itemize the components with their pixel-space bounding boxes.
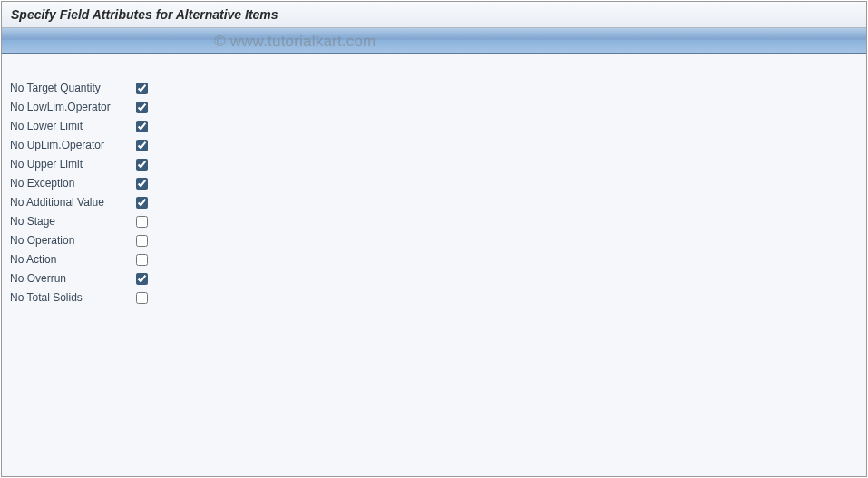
- field-label: No Upper Limit: [9, 158, 136, 171]
- field-checkbox[interactable]: [136, 273, 148, 285]
- field-row: No Lower Limit: [9, 117, 866, 135]
- checkbox-cell: [136, 101, 154, 113]
- checkbox-cell: [136, 196, 154, 209]
- checkbox-cell: [136, 253, 154, 266]
- application-toolbar: [2, 28, 866, 54]
- field-row: No Target Quantity: [9, 79, 866, 97]
- field-checkbox[interactable]: [136, 121, 148, 132]
- checkbox-cell: [136, 291, 154, 304]
- field-checkbox[interactable]: [136, 235, 148, 247]
- field-row: No Exception: [9, 174, 866, 192]
- checkbox-cell: [136, 215, 154, 228]
- field-label: No Operation: [9, 234, 136, 247]
- field-checkbox[interactable]: [136, 292, 148, 304]
- field-checkbox[interactable]: [136, 254, 148, 266]
- app-frame: Specify Field Attributes for Alternative…: [1, 1, 867, 477]
- field-row: No Additional Value: [9, 193, 866, 211]
- field-label: No Total Solids: [9, 291, 136, 304]
- checkbox-cell: [136, 272, 154, 285]
- checkbox-cell: [136, 120, 154, 132]
- checkbox-cell: [136, 158, 154, 171]
- checkbox-cell: [136, 82, 154, 94]
- field-label: No Action: [9, 253, 136, 266]
- field-label: No Overrun: [9, 272, 136, 285]
- field-checkbox[interactable]: [136, 102, 148, 113]
- field-checkbox[interactable]: [136, 83, 148, 94]
- content-area: No Target QuantityNo LowLim.OperatorNo L…: [2, 54, 866, 307]
- field-label: No Additional Value: [9, 196, 136, 209]
- field-label: No Target Quantity: [9, 82, 136, 94]
- field-checkbox[interactable]: [136, 140, 148, 151]
- checkbox-cell: [136, 234, 154, 247]
- field-label: No UpLim.Operator: [9, 139, 136, 151]
- field-row: No Stage: [9, 212, 866, 230]
- field-row: No Total Solids: [9, 288, 866, 307]
- field-checkbox[interactable]: [136, 216, 148, 228]
- field-checkbox[interactable]: [136, 178, 148, 190]
- field-checkbox[interactable]: [136, 159, 148, 171]
- field-label: No Stage: [9, 215, 136, 228]
- field-label: No Exception: [9, 177, 136, 190]
- field-row: No Action: [9, 250, 866, 268]
- field-row: No LowLim.Operator: [9, 98, 866, 116]
- field-row: No Upper Limit: [9, 155, 866, 173]
- page-title: Specify Field Attributes for Alternative…: [2, 2, 866, 28]
- field-row: No UpLim.Operator: [9, 136, 866, 154]
- field-label: No LowLim.Operator: [9, 101, 136, 113]
- field-checkbox[interactable]: [136, 197, 148, 209]
- field-label: No Lower Limit: [9, 120, 136, 132]
- field-row: No Overrun: [9, 269, 866, 288]
- field-row: No Operation: [9, 231, 866, 249]
- checkbox-cell: [136, 139, 154, 151]
- checkbox-cell: [136, 177, 154, 190]
